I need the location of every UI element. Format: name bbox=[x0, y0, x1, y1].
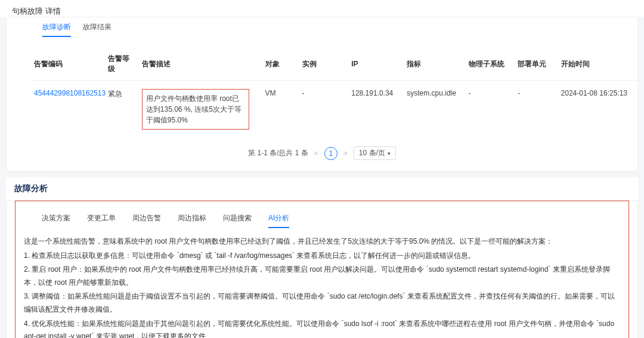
th-unit: 部署单元 bbox=[514, 48, 557, 81]
cell-ip: 128.191.0.34 bbox=[348, 81, 403, 139]
table-row: 454442998108162513 紧急 用户文件句柄数使用率 root已达到… bbox=[30, 81, 637, 139]
cell-desc: 用户文件句柄数使用率 root已达到135.06 %, 连续5次大于等于阈值95… bbox=[138, 81, 262, 139]
page-title: 句柄故障 详情 bbox=[0, 0, 644, 17]
tab-change-order[interactable]: 变更工单 bbox=[87, 213, 116, 228]
cell-id: 454442998108162513 bbox=[30, 81, 104, 139]
tab-ai-analysis[interactable]: AI分析 bbox=[268, 213, 289, 228]
pagination: 第 1-1 条/总共 1 条 < 1 > 10 条/页▾ bbox=[7, 138, 637, 171]
fault-detail-card: 故障诊断 故障结果 告警编码 告警等级 告警描述 对象 实例 IP 指标 物理子… bbox=[6, 17, 638, 171]
cell-instance: - bbox=[299, 81, 348, 139]
ai-step-3: 3. 调整阈值：如果系统性能问题是由于阈值设置不当引起的，可能需要调整阈值。可以… bbox=[24, 290, 620, 316]
analysis-section-title: 故障分析 bbox=[6, 177, 638, 200]
cell-metric: system.cpu.idle bbox=[403, 81, 465, 139]
th-metric: 指标 bbox=[403, 48, 465, 81]
cell-unit: - bbox=[514, 81, 557, 139]
pager-current[interactable]: 1 bbox=[324, 147, 338, 160]
analysis-highlight-box: 决策方案 变更工单 周边告警 周边指标 问题搜索 AI分析 这是一个系统性能告警… bbox=[15, 201, 629, 338]
pager-next-icon[interactable]: > bbox=[343, 149, 348, 158]
th-object: 对象 bbox=[262, 48, 299, 81]
ai-step-1: 1. 检查系统日志以获取更多信息：可以使用命令 `dmesg` 或 `tail … bbox=[24, 250, 620, 263]
th-start: 开始时间 bbox=[558, 48, 637, 81]
tab-nearby-metric[interactable]: 周边指标 bbox=[178, 213, 206, 228]
table-header-row: 告警编码 告警等级 告警描述 对象 实例 IP 指标 物理子系统 部署单元 开始… bbox=[30, 48, 637, 81]
subtab-fault-result[interactable]: 故障结果 bbox=[83, 22, 112, 37]
th-id: 告警编码 bbox=[30, 48, 104, 81]
alarm-table: 告警编码 告警等级 告警描述 对象 实例 IP 指标 物理子系统 部署单元 开始… bbox=[30, 48, 637, 138]
tab-decision[interactable]: 决策方案 bbox=[42, 213, 70, 228]
pager-summary: 第 1-1 条/总共 1 条 bbox=[248, 148, 308, 158]
ai-step-4: 4. 优化系统性能：如果系统性能问题是由于其他问题引起的，可能需要优化系统性能。… bbox=[24, 318, 620, 338]
th-subsystem: 物理子系统 bbox=[465, 48, 515, 81]
detail-subtabs: 故障诊断 故障结果 bbox=[7, 17, 637, 42]
subtab-fault-diag[interactable]: 故障诊断 bbox=[42, 22, 71, 37]
page-size-select[interactable]: 10 条/页▾ bbox=[354, 146, 396, 160]
chevron-down-icon: ▾ bbox=[388, 150, 391, 156]
cell-start: 2024-01-08 16:25:13 bbox=[558, 81, 637, 139]
th-level: 告警等级 bbox=[104, 48, 138, 81]
analysis-card: 决策方案 变更工单 周边告警 周边指标 问题搜索 AI分析 这是一个系统性能告警… bbox=[6, 200, 638, 338]
pager-prev-icon[interactable]: < bbox=[314, 149, 318, 158]
th-ip: IP bbox=[348, 48, 403, 81]
tab-nearby-alarm[interactable]: 周边告警 bbox=[132, 213, 161, 228]
cell-level: 紧急 bbox=[104, 81, 138, 139]
ai-intro: 这是一个系统性能告警，意味着系统中的 root 用户文件句柄数使用率已经达到了阈… bbox=[24, 235, 620, 248]
ai-step-2: 2. 重启 root 用户：如果系统中的 root 用户文件句柄数使用率已经持续… bbox=[24, 263, 620, 289]
desc-highlight: 用户文件句柄数使用率 root已达到135.06 %, 连续5次大于等于阈值95… bbox=[142, 89, 249, 130]
cell-object: VM bbox=[262, 81, 299, 139]
tab-issue-search[interactable]: 问题搜索 bbox=[223, 213, 252, 228]
th-instance: 实例 bbox=[299, 48, 348, 81]
analysis-tabs: 决策方案 变更工单 周边告警 周边指标 问题搜索 AI分析 bbox=[24, 207, 620, 232]
cell-subsystem: - bbox=[465, 81, 515, 139]
th-desc: 告警描述 bbox=[138, 48, 262, 81]
